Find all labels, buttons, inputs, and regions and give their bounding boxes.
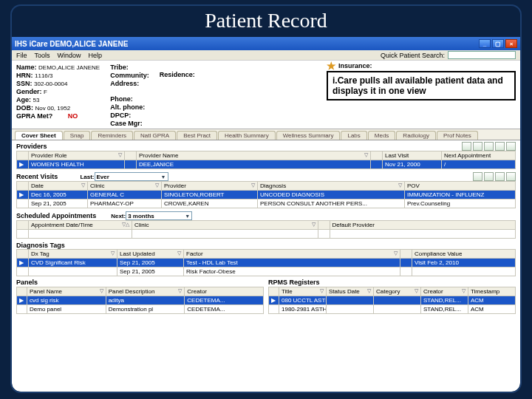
name-label: Name:: [16, 64, 37, 71]
dxtags-title: Diagnosis Tags: [16, 242, 65, 249]
scheduled-header: Scheduled Appointments Next: 3 months▼: [12, 210, 520, 220]
menu-window[interactable]: Window: [58, 52, 81, 59]
callout-box: i.Care pulls all available patient data …: [327, 71, 516, 100]
provider-action-icon[interactable]: [506, 142, 516, 151]
patient-header: Name: DEMO,ALICE JANENE HRN: 1116/3 SSN:…: [12, 61, 520, 129]
menu-tools[interactable]: Tools: [35, 52, 50, 59]
col-pov[interactable]: POV: [405, 182, 516, 191]
table-row[interactable]: Sep 21, 2005 Risk Factor-Obese: [17, 267, 516, 276]
gender-value: F: [44, 89, 47, 95]
gender-label: Gender:: [16, 88, 42, 95]
providers-table: Provider Role▽ Provider Name▽ Last Visit…: [16, 151, 516, 169]
tab-best-pract[interactable]: Best Pract: [177, 131, 217, 140]
col-compliance[interactable]: Compliance Value: [412, 250, 516, 259]
col-reg-title[interactable]: Title▽: [279, 287, 327, 296]
table-row[interactable]: ▶ Dec 16, 2005GENERAL C SINGLETON,ROBERT…: [17, 191, 516, 200]
recent-visits-header: Recent Visits Last: Ever▼: [12, 171, 520, 181]
col-provider[interactable]: Provider▽: [162, 182, 258, 191]
dob-label: DOB:: [16, 104, 33, 112]
tab-snap[interactable]: Snap: [64, 131, 91, 140]
providers-title: Providers: [16, 143, 47, 150]
col-default-provider[interactable]: Default Provider: [330, 221, 516, 230]
col-reg-creator[interactable]: Creator▽: [421, 287, 468, 296]
maximize-button[interactable]: ▢: [492, 39, 504, 48]
last-combo[interactable]: Ever▼: [95, 172, 168, 181]
provider-action-icon[interactable]: [484, 142, 494, 151]
minimize-button[interactable]: _: [479, 39, 491, 48]
col-factor[interactable]: Factor▽: [184, 250, 400, 259]
slide-title: Patient Record: [12, 6, 520, 37]
window-title: IHS iCare DEMO,ALICE JANENE: [15, 40, 128, 48]
col-provider-role[interactable]: Provider Role▽: [29, 151, 125, 160]
scheduled-table: Appointment Date/Time▽△ Clinic▽ Default …: [16, 220, 516, 239]
close-button[interactable]: ×: [505, 39, 517, 48]
tab-cover-sheet[interactable]: Cover Sheet: [15, 131, 63, 140]
app-window: IHS iCare DEMO,ALICE JANENE _ ▢ × File T…: [12, 37, 520, 392]
phone-label: Phone:: [110, 95, 149, 103]
provider-action-icon[interactable]: [473, 142, 482, 151]
col-panel-desc[interactable]: Panel Description▽: [106, 287, 185, 296]
col-panel-creator[interactable]: Creator: [185, 287, 264, 296]
col-date[interactable]: Date▽: [29, 182, 88, 191]
hrn-value: 1116/3: [35, 72, 52, 79]
provider-action-icon[interactable]: [462, 142, 471, 151]
col-provider-name[interactable]: Provider Name▽: [137, 151, 371, 160]
tab-labs[interactable]: Labs: [341, 131, 366, 140]
col-dx-tag[interactable]: Dx Tag▽: [29, 250, 117, 259]
menu-file[interactable]: File: [16, 52, 27, 59]
scheduled-title: Scheduled Appointments: [16, 212, 96, 219]
col-diagnosis[interactable]: Diagnosis▽: [258, 182, 405, 191]
hrn-label: HRN:: [16, 72, 33, 79]
col-panel-name[interactable]: Panel Name▽: [27, 287, 106, 296]
col-reg-category[interactable]: Category▽: [374, 287, 421, 296]
col-appt-clinic[interactable]: Clinic▽: [132, 221, 318, 230]
recent-action-icon[interactable]: [506, 172, 516, 181]
star-icon: ★: [327, 62, 336, 69]
panels-table: Panel Name▽ Panel Description▽ Creator ▶…: [16, 287, 264, 314]
provider-action-icon[interactable]: [495, 142, 505, 151]
col-reg-ts[interactable]: Timestamp: [468, 287, 516, 296]
col-next-appt[interactable]: Next Appointment: [442, 151, 516, 160]
registers-table: Title▽ Status Date▽ Category▽ Creator▽ T…: [268, 287, 516, 314]
col-last-visit[interactable]: Last Visit: [383, 151, 442, 160]
table-row[interactable]: ▶080 UCCTL ASTHM STAND,REL...ACM: [269, 296, 516, 305]
table-row[interactable]: ▶cvd sig risk adityaCEDETEMA...: [17, 296, 264, 305]
table-row[interactable]: 1980-2981 ASTHM STAND,REL...ACM: [269, 305, 516, 314]
col-last-updated[interactable]: Last Updated▽: [117, 250, 184, 259]
tab-prof-notes[interactable]: Prof Notes: [437, 131, 478, 140]
tab-wellness-summary[interactable]: Wellness Summary: [276, 131, 341, 140]
col-clinic[interactable]: Clinic▽: [88, 182, 162, 191]
table-row[interactable]: Sep 21, 2005PHARMACY-OP CROWE,KARENPERSO…: [17, 200, 516, 208]
col-appt-datetime[interactable]: Appointment Date/Time▽△: [29, 221, 132, 230]
menu-help[interactable]: Help: [89, 52, 103, 59]
tab-gpra[interactable]: Natl GPRA: [134, 131, 176, 140]
window-titlebar: IHS iCare DEMO,ALICE JANENE _ ▢ ×: [12, 37, 520, 50]
col-reg-status[interactable]: Status Date▽: [327, 287, 374, 296]
residence-label: Residence:: [160, 71, 195, 78]
recent-action-icon[interactable]: [473, 172, 482, 181]
table-row[interactable]: [17, 230, 516, 239]
table-row[interactable]: ▶ CVD Significant RiskSep 21, 2005 Test …: [17, 259, 516, 267]
quick-search-input[interactable]: [448, 51, 516, 59]
panels-title: Panels: [16, 278, 264, 287]
dpcp-label: DPCP:: [110, 112, 149, 119]
tribe-label: Tribe:: [110, 64, 149, 71]
tab-strip: Cover Sheet Snap Reminders Natl GPRA Bes…: [12, 129, 520, 140]
tab-meds[interactable]: Meds: [368, 131, 396, 140]
tab-radiology[interactable]: Radiology: [396, 131, 436, 140]
menu-bar: File Tools Window Help Quick Patient Sea…: [12, 50, 520, 61]
dob-value: Nov 00, 1952: [35, 105, 71, 112]
age-label: Age:: [16, 96, 31, 103]
tab-reminders[interactable]: Reminders: [91, 131, 133, 140]
registers-title: RPMS Registers: [268, 278, 516, 287]
recent-action-icon[interactable]: [495, 172, 505, 181]
dxtags-table: Dx Tag▽ Last Updated▽ Factor▽ Compliance…: [16, 249, 516, 276]
last-label: Last:: [80, 174, 94, 180]
next-combo[interactable]: 3 months▼: [126, 211, 192, 220]
table-row[interactable]: ▶ WOMEN'S HEALTH DEE,JANICE Nov 21, 2000…: [17, 160, 516, 169]
table-row[interactable]: Demo panel Demonstration plCEDETEMA...: [17, 305, 264, 314]
tab-health-summary[interactable]: Health Summary: [218, 131, 276, 140]
dxtags-header: Diagnosis Tags: [12, 240, 520, 249]
age-value: 53: [33, 97, 40, 103]
recent-action-icon[interactable]: [484, 172, 494, 181]
